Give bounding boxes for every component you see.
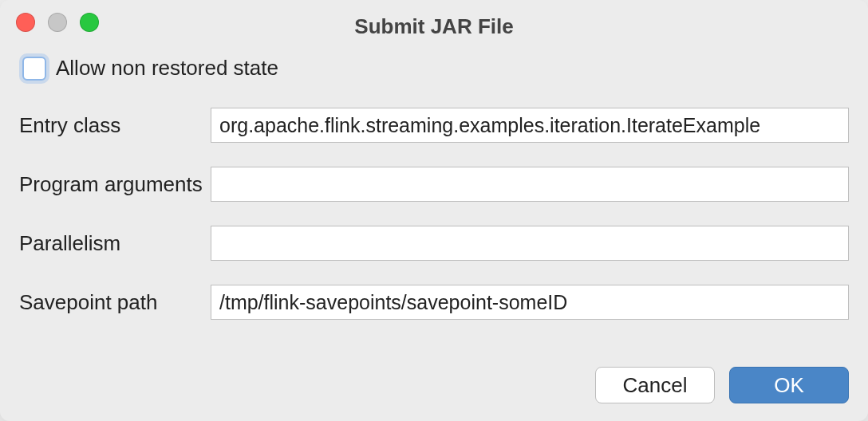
entry-class-label: Entry class [19,113,211,138]
ok-button[interactable]: OK [729,367,849,403]
cancel-button[interactable]: Cancel [595,367,715,403]
program-arguments-input[interactable] [211,167,849,202]
entry-class-row: Entry class [19,108,849,143]
savepoint-path-row: Savepoint path [19,285,849,320]
allow-non-restored-checkbox[interactable] [22,57,46,81]
close-icon[interactable] [16,13,35,32]
parallelism-row: Parallelism [19,226,849,261]
entry-class-input[interactable] [211,108,849,143]
dialog-content: Allow non restored state Entry class Pro… [0,38,868,320]
program-arguments-label: Program arguments [19,172,211,197]
zoom-icon[interactable] [80,13,99,32]
savepoint-path-label: Savepoint path [19,290,211,315]
allow-non-restored-row: Allow non restored state [22,56,849,81]
savepoint-path-input[interactable] [211,285,849,320]
window-title: Submit JAR File [0,14,868,39]
program-arguments-row: Program arguments [19,167,849,202]
allow-non-restored-label: Allow non restored state [56,56,278,81]
minimize-icon[interactable] [48,13,67,32]
window-controls [16,13,99,32]
parallelism-input[interactable] [211,226,849,261]
dialog-window: Submit JAR File Allow non restored state… [0,0,868,421]
dialog-buttons: Cancel OK [595,367,849,403]
titlebar: Submit JAR File [0,0,868,38]
parallelism-label: Parallelism [19,231,211,256]
